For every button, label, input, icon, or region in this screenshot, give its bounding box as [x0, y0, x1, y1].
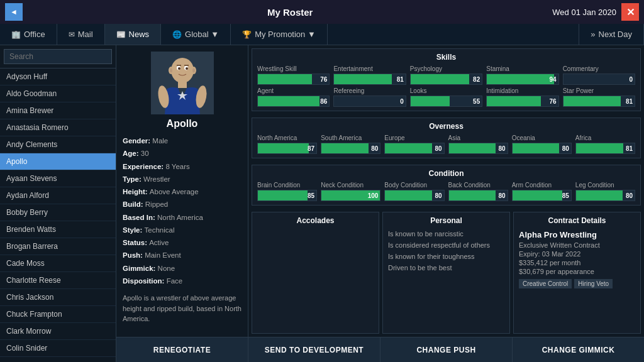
accolades-title: Accolades	[257, 216, 374, 225]
roster-item[interactable]: Aydan Alford	[0, 187, 116, 204]
roster-item[interactable]: Apollo	[0, 153, 116, 170]
send-to-dev-button[interactable]: SEND TO DEVELOPMENT	[248, 337, 380, 362]
global-icon: 🌐	[172, 30, 182, 39]
roster-item[interactable]: Ayaan Stevens	[0, 170, 116, 187]
nav-nextday[interactable]: » Next Day	[579, 24, 644, 45]
skill-item: Star Power 81	[563, 87, 635, 107]
wrestler-avatar	[151, 52, 214, 114]
skills-title: Skills	[257, 53, 635, 62]
roster-item[interactable]: Brenden Watts	[0, 221, 116, 238]
stats-area: Skills Wrestling Skill 76 Entertainment …	[248, 45, 644, 337]
contract-type: Exclusive Written Contract	[519, 241, 635, 249]
profile-push: Push: Main Event	[123, 250, 242, 261]
skills-section: Skills Wrestling Skill 76 Entertainment …	[252, 48, 641, 111]
skill-item: Commentary 0	[563, 65, 635, 85]
condition-item: Leg Condition 80	[575, 182, 635, 201]
profile-type: Type: Wrestler	[123, 174, 242, 185]
personal-panel: Personal Is known to be narcissticIs con…	[382, 212, 510, 334]
roster-item[interactable]: Chuck Frampton	[0, 306, 116, 323]
svg-point-10	[178, 67, 180, 70]
personal-item: Is known to be narcisstic	[388, 230, 504, 238]
nav-global[interactable]: 🌐 Global ▼	[161, 24, 231, 45]
profile-status: Status: Active	[123, 238, 242, 248]
wrestler-panel: Apollo Gender: Male Age: 30 Experience: …	[116, 45, 644, 337]
content-area: Apollo Gender: Male Age: 30 Experience: …	[116, 45, 644, 362]
roster-item[interactable]: Aldo Goodman	[0, 85, 116, 102]
svg-point-11	[186, 67, 188, 70]
news-icon: 📰	[116, 30, 126, 39]
roster-item[interactable]: Charlotte Reese	[0, 272, 116, 289]
back-button[interactable]: ◄	[5, 3, 23, 21]
roster-item[interactable]: Anastasia Romero	[0, 119, 116, 136]
title-bar: ◄ My Roster Wed 01 Jan 2020 ✕	[0, 0, 644, 24]
nav-mypromotion[interactable]: 🏆 My Promotion ▼	[231, 24, 328, 45]
contract-badge: Hiring Veto	[574, 279, 613, 288]
skill-item: Refereeing 0	[333, 87, 406, 107]
overness-section: Overness North America 87 South America …	[252, 118, 641, 158]
search-box	[0, 45, 116, 69]
profile-gender: Gender: Male	[123, 136, 242, 146]
change-push-button[interactable]: CHANGE PUSH	[380, 337, 513, 362]
renegotiate-button[interactable]: RENEGOTIATE	[116, 337, 248, 362]
overness-title: Overness	[257, 122, 635, 131]
profile-basedin: Based In: North America	[123, 212, 242, 223]
skill-item: Psychology 82	[410, 65, 482, 85]
bottom-buttons: RENEGOTIATE SEND TO DEVELOPMENT CHANGE P…	[116, 337, 644, 362]
contract-badges: Creative ControlHiring Veto	[519, 275, 635, 288]
nav-bar: 🏢 Office ✉ Mail 📰 News 🌐 Global ▼ 🏆 My P…	[0, 24, 644, 45]
profile-style: Style: Technical	[123, 225, 242, 236]
condition-item: Neck Condition 100	[321, 182, 380, 201]
close-button[interactable]: ✕	[621, 3, 639, 21]
personal-item: Is considered respectful of others	[388, 241, 504, 249]
profile-disposition: Disposition: Face	[123, 276, 242, 287]
mail-icon: ✉	[69, 30, 75, 39]
lower-panels: Accolades Personal Is known to be narcis…	[252, 212, 641, 334]
overness-item: North America 87	[257, 134, 317, 154]
page-title: My Roster	[28, 7, 552, 18]
profile-gimmick: Gimmick: None	[123, 263, 242, 274]
roster-item[interactable]: Colin Snider	[0, 340, 116, 357]
search-input[interactable]	[4, 49, 112, 64]
roster-item[interactable]: Brogan Barrera	[0, 238, 116, 255]
office-icon: 🏢	[11, 30, 21, 39]
nav-mail[interactable]: ✉ Mail	[57, 24, 105, 45]
condition-section: Condition Brain Condition 85 Neck Condit…	[252, 165, 641, 206]
contract-company: Alpha Pro Wrestling	[519, 230, 635, 239]
contract-expiry: Expiry: 03 Mar 2022	[519, 250, 635, 258]
roster-item[interactable]: Chris Jackson	[0, 289, 116, 306]
roster-item[interactable]: Adyson Huff	[0, 69, 116, 85]
roster-item[interactable]: Amina Brewer	[0, 102, 116, 119]
svg-rect-4	[178, 82, 187, 88]
overness-item: Asia 80	[448, 134, 508, 154]
profile-age: Age: 30	[123, 148, 242, 159]
skill-item: Intimidation 76	[486, 87, 558, 107]
skill-item: Wrestling Skill 76	[257, 65, 330, 85]
condition-title: Condition	[257, 169, 635, 178]
wrestler-name: Apollo	[123, 118, 242, 129]
contract-badge: Creative Control	[519, 279, 572, 288]
profile-description: Apollo is a wrestler of above average he…	[123, 293, 242, 324]
roster-item[interactable]: Bobby Berry	[0, 204, 116, 221]
sidebar: Adyson HuffAldo GoodmanAmina BrewerAnast…	[0, 45, 116, 362]
overness-item: South America 80	[321, 134, 380, 154]
skills-row1: Wrestling Skill 76 Entertainment 81 Psyc…	[257, 65, 635, 85]
condition-row: Brain Condition 85 Neck Condition 100 Bo…	[257, 182, 635, 201]
overness-row: North America 87 South America 80 Europe…	[257, 134, 635, 154]
condition-item: Arm Condition 85	[512, 182, 572, 201]
roster-item[interactable]: Cora Vang	[0, 357, 116, 362]
nav-news[interactable]: 📰 News	[105, 24, 162, 45]
roster-item[interactable]: Cade Moss	[0, 255, 116, 272]
overness-item: Europe 80	[384, 134, 444, 154]
svg-point-14	[170, 69, 172, 73]
overness-item: Oceania 80	[512, 134, 572, 154]
main-layout: Adyson HuffAldo GoodmanAmina BrewerAnast…	[0, 45, 644, 362]
accolades-panel: Accolades	[252, 212, 379, 334]
change-gimmick-button[interactable]: CHANGE GIMMICK	[513, 337, 644, 362]
roster-item[interactable]: Andy Clements	[0, 136, 116, 153]
svg-point-1	[171, 58, 194, 83]
roster-item[interactable]: Clark Morrow	[0, 323, 116, 340]
nav-office[interactable]: 🏢 Office	[0, 24, 57, 45]
skill-item: Looks 55	[410, 87, 482, 107]
promotion-icon: 🏆	[242, 30, 252, 39]
personal-item: Driven to be the best	[388, 264, 504, 272]
